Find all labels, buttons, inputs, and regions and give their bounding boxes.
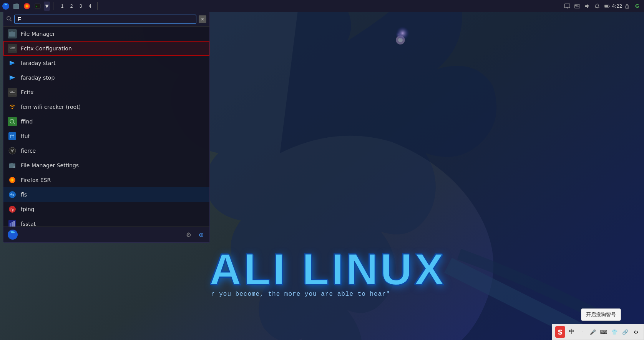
taskbar-right: 4:22 G [560,2,644,10]
list-item[interactable]: fsstat [3,217,209,227]
launcher-refresh-btn[interactable]: ⊕ [196,230,206,239]
workspace-3-btn[interactable]: 3 [76,2,85,10]
svg-rect-47 [12,91,13,92]
clock-display[interactable]: 4:22 [613,2,621,10]
kali-text: ALI LINUX [209,244,446,295]
app-name: ffuf [21,133,30,139]
list-item[interactable]: fierce [3,143,209,158]
list-item[interactable]: faraday start [3,56,209,70]
list-item[interactable]: Fcitx [3,85,209,100]
list-item[interactable]: ff ffuf [3,129,209,143]
svg-rect-36 [12,47,13,48]
workspace-1-btn[interactable]: 1 [58,2,66,10]
keyboard-tray-icon[interactable] [573,2,581,10]
taskbar-dropdown-btn[interactable]: ▼ [44,2,50,11]
svg-rect-23 [576,7,579,7]
app-name: fern wifi cracker (root) [21,104,81,110]
sogou-keyboard-btn[interactable]: ⌨ [599,327,608,337]
sogou-ime-bar: S 中 · 🎤 ⌨ 👕 🔗 ⚙ [552,324,644,340]
app-name: Fcitx [21,89,33,95]
search-box: ✕ [3,12,209,27]
svg-text:ff: ff [10,134,14,138]
volume-icon[interactable] [583,2,591,10]
svg-rect-46 [11,91,12,92]
sogou-cn-btn[interactable]: 中 [567,327,576,337]
fcitx-icon [8,88,17,97]
fping-icon: fp [8,205,17,214]
fcitx-config-icon [8,44,17,53]
list-item[interactable]: fs fls [3,187,209,202]
sogou-popup: 开启搜狗智号 [581,308,621,321]
svg-rect-26 [609,6,610,7]
monitor-icon[interactable] [563,2,571,10]
svg-point-30 [7,17,10,20]
taskbar-browser-btn[interactable] [22,2,32,11]
list-item[interactable]: File Manager [3,27,209,41]
launcher-kali-logo[interactable] [7,229,18,240]
battery-icon[interactable] [603,2,611,10]
list-item[interactable]: ffind [3,114,209,129]
list-item[interactable]: Firefox ESR [3,173,209,187]
taskbar-files-btn[interactable] [12,2,21,11]
launcher-bottom-bar: ⚙ ⊕ [3,227,209,242]
lock-icon[interactable] [623,2,631,10]
svg-rect-35 [11,47,12,48]
workspace-2-btn[interactable]: 2 [67,2,76,10]
svg-point-12 [26,5,28,7]
ffuf-icon: ff [8,132,17,141]
sogou-settings-btn[interactable]: ⚙ [631,327,641,337]
list-item[interactable]: File Manager Settings [3,158,209,173]
fls-icon: fs [8,190,17,199]
app-name: fsstat [21,221,36,227]
bell-icon[interactable] [593,2,601,10]
app-name: File Manager Settings [21,162,79,168]
svg-rect-21 [578,5,578,6]
svg-rect-20 [576,5,577,6]
app-name: fierce [21,148,36,154]
svg-point-61 [12,179,13,181]
list-item[interactable]: fp fping [3,202,209,217]
svg-rect-45 [10,91,10,92]
app-name: File Manager [21,31,55,37]
taskbar-terminal-btn[interactable]: >_ [33,2,42,11]
svg-rect-34 [10,47,10,48]
app-name: Fcitx Configuration [21,45,72,52]
app-name: faraday start [21,60,56,66]
ffind-icon [8,117,17,126]
svg-point-58 [13,167,15,168]
app-name: fping [21,206,34,212]
workspace-buttons: 1 2 3 4 [58,2,94,10]
launcher-settings-btn[interactable]: ⚙ [184,230,193,239]
list-item[interactable]: faraday stop [3,70,209,85]
sogou-skin-btn[interactable]: 👕 [610,327,619,337]
firefox-icon [8,175,17,185]
svg-rect-39 [10,48,15,49]
workspace-4-btn[interactable]: 4 [86,2,94,10]
user-icon[interactable]: G [633,2,641,10]
svg-rect-38 [14,47,15,48]
svg-rect-68 [12,222,13,227]
sogou-dot-btn[interactable]: · [578,327,587,337]
app-launcher: ✕ File Manager [3,12,210,243]
taskbar-separator-2 [97,2,98,10]
svg-rect-18 [574,5,580,8]
svg-marker-24 [585,4,588,8]
list-item[interactable]: Fcitx Configuration [3,41,209,56]
sogou-logo-btn[interactable]: S [555,326,565,338]
sogou-tools-btn[interactable]: 🔗 [621,327,630,337]
search-input[interactable] [14,15,196,24]
taskbar-separator-1 [53,2,53,10]
svg-rect-32 [9,32,15,37]
fsstat-icon [8,219,17,227]
sogou-mic-btn[interactable]: 🎤 [588,327,598,337]
list-item[interactable]: fern wifi cracker (root) [3,100,209,114]
file-manager-icon [8,29,17,38]
faraday-start-icon [8,58,17,68]
kali-logo-button[interactable] [2,2,10,10]
svg-point-49 [12,108,13,109]
kali-linux-logo: ALI LINUX r you become, the more you are… [209,244,446,298]
svg-point-4 [378,18,423,63]
search-clear-button[interactable]: ✕ [199,15,206,23]
app-name: ffind [21,118,33,125]
svg-rect-15 [564,4,570,8]
